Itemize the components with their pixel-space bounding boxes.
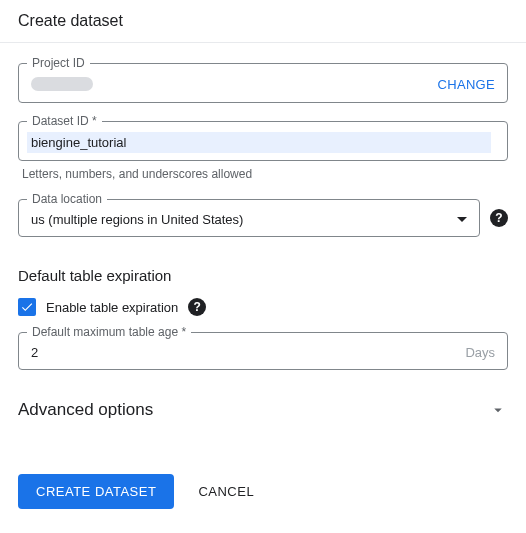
expiration-section-title: Default table expiration (18, 267, 508, 284)
dataset-id-label: Dataset ID * (27, 114, 102, 128)
page-title: Create dataset (18, 12, 508, 42)
change-project-button[interactable]: CHANGE (438, 77, 495, 92)
max-table-age-field[interactable]: Default maximum table age * 2 Days (18, 332, 508, 370)
dataset-id-helper: Letters, numbers, and underscores allowe… (22, 167, 504, 181)
data-location-select[interactable]: Data location us (multiple regions in Un… (18, 199, 480, 237)
action-bar: CREATE DATASET CANCEL (18, 474, 508, 509)
chevron-down-icon (488, 400, 508, 420)
data-location-value: us (multiple regions in United States) (31, 212, 243, 227)
max-table-age-label: Default maximum table age * (27, 325, 191, 339)
max-table-age-unit: Days (465, 345, 495, 360)
advanced-options-toggle[interactable]: Advanced options (18, 400, 508, 420)
help-icon[interactable]: ? (188, 298, 206, 316)
help-icon[interactable]: ? (490, 209, 508, 227)
advanced-options-title: Advanced options (18, 400, 153, 420)
check-icon (20, 300, 34, 314)
data-location-label: Data location (27, 192, 107, 206)
divider (0, 42, 526, 43)
project-id-field: Project ID CHANGE (18, 63, 508, 103)
project-id-label: Project ID (27, 56, 90, 70)
dataset-id-field[interactable]: Dataset ID * (18, 121, 508, 161)
create-dataset-button[interactable]: CREATE DATASET (18, 474, 174, 509)
dataset-id-input[interactable] (27, 132, 491, 153)
max-table-age-value[interactable]: 2 (31, 345, 38, 360)
enable-expiration-checkbox[interactable] (18, 298, 36, 316)
cancel-button[interactable]: CANCEL (198, 484, 254, 499)
project-id-redacted (31, 77, 93, 91)
chevron-down-icon (457, 217, 467, 222)
enable-expiration-label: Enable table expiration (46, 300, 178, 315)
